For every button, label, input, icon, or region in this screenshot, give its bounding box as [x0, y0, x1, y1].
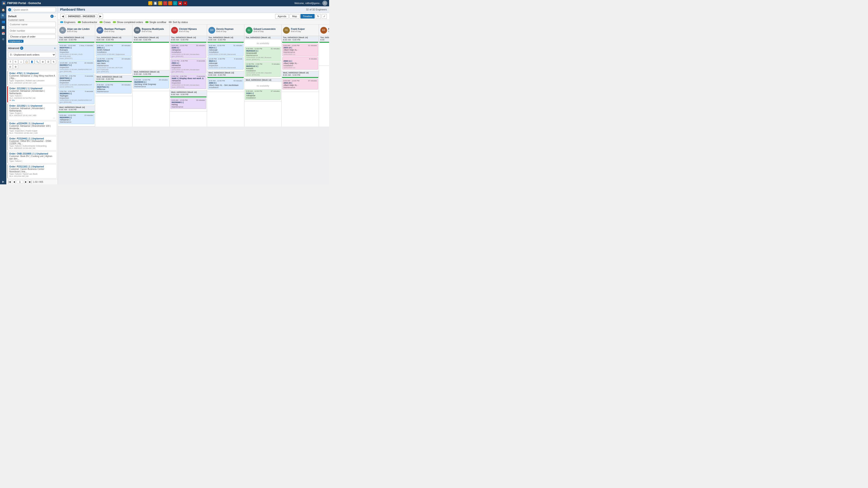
- first-page-btn[interactable]: |◀: [8, 180, 11, 184]
- work-order-card[interactable]: 8:00 AM - 12:00 PM37 minutes 2053:20 | A…: [282, 79, 318, 90]
- unplanned-orders-select[interactable]: 0 - Unplanned work orders: [8, 52, 56, 57]
- filter-toolbar-btn[interactable]: ⧖: [8, 59, 13, 64]
- day-block: Tue, 04/04 8:00: [319, 36, 329, 66]
- list-item[interactable]: Order: P2310442 | 1 | Unplanned Customer…: [7, 136, 57, 151]
- engineers-toggle[interactable]: Engineers: [60, 21, 75, 24]
- stop-icon[interactable]: ■: [178, 1, 182, 5]
- work-order-card[interactable]: 8:00 AM - 12:00 PM31 minutes 2053:10 | A…: [282, 43, 318, 56]
- expand-view-btn[interactable]: ⤢: [322, 14, 327, 19]
- work-order-card[interactable]: 12:45 PM - 4:45 PM15 minutes 06207071:1 …: [96, 57, 131, 74]
- scrollbar-toggle[interactable]: Single scrollbar: [145, 21, 166, 24]
- next-page-btn[interactable]: ▶: [24, 180, 28, 184]
- work-order-card[interactable]: 8:00 AM - 12:00 PM29 minutes 06209000:1 …: [133, 78, 169, 89]
- list-item[interactable]: Order: P2311162 | 1 | Unplanned Customer…: [7, 164, 57, 178]
- add-advanced-icon[interactable]: +: [54, 46, 56, 50]
- next-date-btn[interactable]: ▶: [98, 14, 103, 19]
- work-order-card[interactable]: 8:03 AM - 10:03 AM1 hour, 4 minutes 0620…: [59, 43, 94, 60]
- page-number-input[interactable]: [17, 180, 23, 184]
- sidebar-item-tools[interactable]: ⚙: [0, 37, 6, 42]
- remove-unplanned-tag[interactable]: ✕: [21, 40, 22, 42]
- sidebar-item-calendar[interactable]: 📅: [0, 31, 6, 36]
- advanced-info-icon[interactable]: ▼: [20, 46, 23, 50]
- sidebar-item-chart[interactable]: 📊: [0, 25, 6, 30]
- notification-bell-icon[interactable]: 🔔: [148, 1, 152, 5]
- customer-name-input[interactable]: [8, 22, 56, 27]
- date-range-label[interactable]: 04/04/2023 - 04/10/2023: [66, 14, 97, 18]
- sidebar-item-search[interactable]: 🔍: [0, 13, 6, 19]
- avatar[interactable]: R: [322, 1, 327, 6]
- warning-icon[interactable]: ⚠: [158, 1, 162, 5]
- search-toolbar-btn[interactable]: 🔍: [35, 59, 40, 64]
- priority-icon[interactable]: !: [168, 1, 172, 5]
- status-toggle[interactable]: Sort by status: [168, 21, 188, 24]
- work-order-card[interactable]: 12:30 PM - 2:30 PM0 seconds 3523:1 | Adv…: [208, 57, 243, 70]
- sort-toolbar-btn[interactable]: ⇅: [51, 59, 56, 64]
- planboard-area[interactable]: AL Arjan van der Linden End of Day Tue, …: [58, 25, 329, 184]
- work-order-card[interactable]: 8:00 AM - 12:00 PM13 minutes 06203059:1 …: [59, 113, 94, 124]
- subcontractor-toggle[interactable]: Subcontractor: [78, 21, 97, 24]
- wo-location: 12/31/2023 12:00 AM | Amsterdam: [172, 84, 205, 86]
- order-number-input[interactable]: [8, 28, 56, 33]
- last-page-btn[interactable]: ▶|: [29, 180, 32, 184]
- list-item[interactable]: Order: ONB-2310805 | 1 | Unplanned Custo…: [7, 151, 57, 163]
- choose-order-type-button[interactable]: Choose a type of order: [8, 34, 56, 39]
- columns-toolbar-btn[interactable]: ⊞: [13, 64, 18, 69]
- prev-date-btn[interactable]: ◀: [60, 14, 65, 19]
- expand-icon[interactable]: —: [53, 117, 55, 119]
- unplanned-filter-tag[interactable]: Unplanned ✕: [8, 40, 24, 43]
- document-icon[interactable]: 📄: [153, 1, 157, 5]
- crews-toggle[interactable]: Crews: [99, 21, 111, 24]
- map-view-btn[interactable]: Map: [289, 14, 299, 19]
- advanced-section-header[interactable]: Advanced ▼ +: [6, 45, 58, 51]
- info-circle-icon[interactable]: i: [8, 8, 11, 11]
- work-order-card[interactable]: 12:30 PM - 2:30 PM0 seconds 2963:1 | Adr…: [170, 59, 206, 74]
- calendar-toolbar-btn[interactable]: 📋: [24, 59, 29, 64]
- error-icon[interactable]: ✕: [183, 1, 187, 5]
- completed-toggle[interactable]: Show completed orders: [113, 21, 143, 24]
- list-item[interactable]: Order: 4762 | 1 | Unplanned Customer: Ad…: [7, 71, 57, 85]
- prev-page-btn[interactable]: ◀: [12, 180, 16, 184]
- user-area[interactable]: Welcome, rolthof@gomo... R: [294, 1, 327, 6]
- wo-customer: Groeneveld: [60, 79, 93, 82]
- alert-icon[interactable]: !: [163, 1, 167, 5]
- list-toolbar-btn[interactable]: ☰: [46, 59, 51, 64]
- refresh-btn[interactable]: ↻: [315, 14, 321, 19]
- work-order-card[interactable]: 12:50 PM - 2:50 PM0 seconds 06207024:1 |…: [59, 74, 94, 89]
- export-toolbar-btn[interactable]: ⤓: [19, 59, 24, 64]
- work-order-card[interactable]: 10:20 AM - 12:20 PM16 minutes 06209017:1…: [59, 61, 94, 73]
- work-order-card[interactable]: 8:00 AM - 12:00 PM31 minutes 06204224:1 …: [245, 47, 281, 61]
- refresh-toolbar-btn[interactable]: ↻: [13, 59, 18, 64]
- collapse-icon[interactable]: −: [55, 15, 56, 18]
- quick-search-input[interactable]: [12, 7, 56, 12]
- list-item[interactable]: Order: 2211562 | 1 | Unplanned Customer:…: [7, 103, 57, 120]
- info-icon[interactable]: i: [173, 1, 177, 5]
- engineer-info: Bastiaan Pierhagen End of Day: [104, 28, 131, 33]
- list-item[interactable]: Order: p2224439 | 1 | Unplanned Customer…: [7, 121, 57, 135]
- agenda-view-btn[interactable]: Agenda: [275, 14, 289, 19]
- work-order-card[interactable]: 8:00 AM - 12:00 PM53 minutes 2240:1 | Ad…: [170, 43, 206, 58]
- assign-toolbar-btn[interactable]: 👤: [29, 59, 34, 64]
- work-order-card[interactable]: 8:00 AM - 12:00 PM34 minutes 06207041:5 …: [96, 83, 131, 94]
- group-toolbar-btn[interactable]: ⊟: [8, 64, 13, 69]
- sidebar-item-people[interactable]: 👥: [0, 19, 6, 24]
- timeline-view-btn[interactable]: Timeline: [301, 14, 315, 19]
- work-order-card[interactable]: 8:00 AM - 12:00 PM33 minutes 06209068:1 …: [170, 98, 206, 109]
- work-order-card[interactable]: 2:50 PM - 4:50 PM0 seconds 06209093:1 | …: [59, 90, 94, 104]
- work-order-card[interactable]: 2:30 PM - 4:30 PM0 seconds 3448:1 | Disp…: [170, 74, 206, 89]
- avatar: BP: [96, 27, 103, 34]
- work-order-card[interactable]: 9 minutes 2060:11 | Albert Heijn XL - In…: [282, 57, 318, 70]
- work-order-card[interactable]: 8:00 AM - 12:00 PM37 minutes 3150:1 | Ad…: [245, 89, 281, 100]
- work-order-card[interactable]: 8:00 AM - 12:00 PM39 minutes 2401:1 | Sm…: [96, 43, 131, 56]
- home-icon[interactable]: 🏠: [2, 1, 6, 5]
- work-order-card[interactable]: 8:00 AM - 12:00 PM51 minutes 3524:1 | Ad…: [208, 43, 243, 56]
- grid-toolbar-btn[interactable]: ⊞: [40, 59, 45, 64]
- sidebar-item-expand[interactable]: ▶: [0, 179, 6, 184]
- order-type: Type: Failure | Subcontractor Onboarding: [9, 145, 55, 147]
- work-order-card[interactable]: 12:38 PM - 4:38 PM9 minutes 06203112:1 |…: [245, 62, 281, 77]
- default-info-icon[interactable]: ▼: [51, 15, 54, 18]
- wo-id: 06207034:1 |: [60, 46, 93, 49]
- work-order-card[interactable]: 8:00 AM - 12:00 PM43 minutes 2060:3 | Al…: [208, 79, 243, 90]
- order-number-field: [8, 28, 56, 33]
- list-item[interactable]: Order: 2211562 | 1 | Unplanned Customer:…: [7, 86, 57, 103]
- sidebar-item-home[interactable]: 🏠: [0, 7, 6, 13]
